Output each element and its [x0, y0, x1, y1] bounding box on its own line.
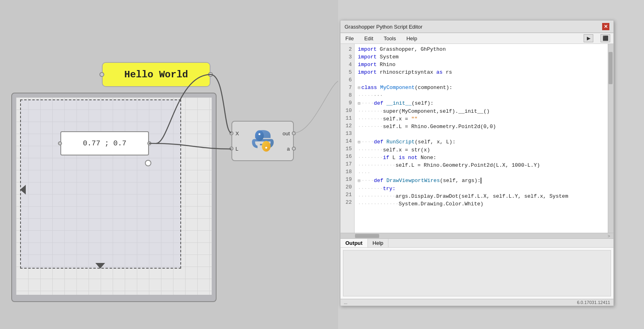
hello-world-label: Hello World — [124, 69, 188, 80]
code-editor[interactable]: import Grasshopper, GhPython import Syst… — [355, 44, 608, 233]
display-value: 0.77 ; 0.7 — [83, 139, 126, 147]
menu-help[interactable]: Help — [405, 35, 419, 42]
run-button[interactable]: ▶ — [584, 34, 593, 42]
python-ports-left: X L — [232, 122, 239, 160]
arrow-left-icon — [20, 185, 26, 195]
code-area[interactable]: 23456 7891011 1213141516 171819202122 im… — [341, 44, 613, 233]
output-content-area — [343, 250, 611, 296]
gh-canvas[interactable]: Hello World 0.77 ; 0.7 X L — [0, 0, 338, 329]
hello-world-node[interactable]: Hello World — [102, 62, 211, 87]
port-a-dot[interactable] — [292, 147, 296, 151]
output-tab-output[interactable]: Output — [341, 239, 368, 247]
statusbar-left: ... — [344, 300, 347, 305]
display-connector-left[interactable] — [58, 141, 62, 145]
editor-menubar: File Edit Tools Help ▶ ⬛ — [341, 33, 613, 44]
port-l-label[interactable]: L — [232, 146, 239, 152]
port-out-dot[interactable] — [292, 131, 296, 135]
hw-connector-left[interactable] — [99, 72, 104, 77]
scrollbar-thumb[interactable] — [609, 52, 613, 84]
python-ports-right: out a — [283, 122, 293, 160]
status-bar: ... 6.0.17031.12411 — [341, 299, 613, 306]
svg-point-4 — [258, 133, 260, 135]
menu-edit[interactable]: Edit — [363, 35, 375, 42]
output-tabs: Output Help — [341, 239, 613, 248]
svg-point-3 — [262, 141, 270, 151]
editor-titlebar: Grasshopper Python Script Editor ✕ — [341, 21, 613, 33]
output-panel: Output Help — [341, 238, 613, 299]
editor-title: Grasshopper Python Script Editor — [345, 24, 423, 30]
svg-point-2 — [255, 130, 264, 141]
horizontal-scrollbar[interactable]: > — [341, 233, 613, 238]
h-scrollbar-thumb[interactable] — [355, 234, 379, 238]
port-out-label[interactable]: out — [283, 130, 293, 137]
graph-inner — [16, 97, 212, 295]
script-editor[interactable]: Grasshopper Python Script Editor ✕ File … — [340, 20, 614, 306]
graph-panel[interactable] — [11, 93, 217, 302]
vertical-scrollbar[interactable] — [608, 44, 613, 233]
port-x-label[interactable]: X — [232, 130, 239, 137]
selection-box — [20, 99, 181, 269]
port-x-dot[interactable] — [229, 131, 233, 135]
port-a-label[interactable]: a — [283, 146, 293, 152]
statusbar-right: 6.0.17031.12411 — [577, 300, 610, 305]
svg-point-5 — [265, 147, 267, 149]
menu-tools[interactable]: Tools — [382, 35, 397, 42]
python-node[interactable]: X L — [231, 121, 294, 161]
line-numbers: 23456 7891011 1213141516 171819202122 — [341, 44, 355, 233]
port-l-dot[interactable] — [229, 147, 233, 151]
display-connector-right[interactable] — [147, 141, 151, 145]
python-logo — [251, 129, 275, 153]
arrow-bottom-icon — [95, 263, 105, 269]
hw-connector-right[interactable] — [208, 72, 213, 77]
stop-button[interactable]: ⬛ — [601, 34, 610, 42]
close-button[interactable]: ✕ — [602, 23, 609, 30]
display-node[interactable]: 0.77 ; 0.7 — [60, 131, 149, 155]
menu-file[interactable]: File — [344, 35, 355, 42]
output-tab-help[interactable]: Help — [368, 239, 389, 247]
